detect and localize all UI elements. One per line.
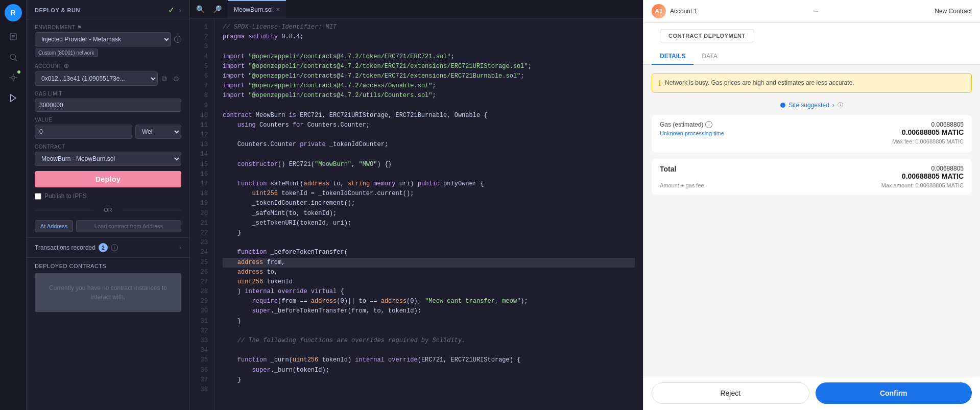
mm-gas-label: Gas (estimated) i [660, 121, 724, 128]
plugin-badge [16, 69, 21, 75]
mm-site-suggested-dot [780, 103, 785, 108]
publish-ipfs-label: Publish to IPFS [44, 192, 87, 200]
transactions-info-icon[interactable]: i [111, 244, 118, 251]
account-select[interactable]: 0x012...13e41 (1.09055173e... [35, 71, 158, 86]
deploy-panel-body: ENVIRONMENT ⚑ Injected Provider - Metama… [27, 19, 189, 237]
mm-deployment-wrap: CONTRACT DEPLOYMENT [643, 23, 980, 49]
publish-ipfs-checkbox[interactable] [35, 193, 41, 200]
external-link-btn[interactable]: ⊙ [171, 74, 181, 84]
files-icon-btn[interactable] [4, 28, 22, 46]
gas-limit-label: GAS LIMIT [35, 91, 181, 97]
plugin-icon-btn[interactable] [4, 68, 22, 87]
mm-footer: Reject Confirm [643, 376, 980, 410]
transactions-row[interactable]: Transactions recorded 2 i › [27, 237, 189, 257]
mm-site-suggested: Site suggested › ⓘ [652, 101, 972, 109]
environment-row: Injected Provider - Metamask i [35, 32, 181, 46]
contract-section: CONTRACT MeowBurn - MeowBurn.sol [35, 144, 181, 166]
mm-max-amount: Max amount: 0.00688805 MATIC [881, 182, 964, 188]
mm-gas-processing: Unknown processing time [660, 130, 724, 136]
mm-gas-header: Gas (estimated) i Unknown processing tim… [660, 121, 964, 144]
account-label: ACCOUNT ⊕ [35, 62, 181, 69]
at-address-row: At Address Load contract from Address [35, 220, 181, 232]
mm-warning-icon: ℹ [658, 79, 661, 87]
code-content[interactable]: // SPDX-License-Identifier: MITpragma so… [214, 18, 643, 410]
gas-limit-input[interactable] [35, 99, 181, 112]
mm-site-suggested-chevron[interactable]: › [832, 102, 834, 109]
contract-label: CONTRACT [35, 144, 181, 150]
environment-select[interactable]: Injected Provider - Metamask [35, 32, 171, 46]
mm-body: ℹ Network is busy. Gas prices are high a… [643, 65, 980, 376]
mm-amount-gasfee: Amount + gas fee Max amount: 0.00688805 … [660, 182, 964, 188]
metamask-panel: A1 Account 1 → New Contract CONTRACT DEP… [643, 0, 980, 410]
at-address-button[interactable]: At Address [35, 220, 73, 232]
mm-avatar: A1 [652, 4, 666, 18]
mm-tab-details[interactable]: DETAILS [652, 49, 694, 65]
mm-gas-maxfee: Max fee: 0.00688805 MATIC [892, 138, 964, 144]
value-row: Wei Gwei Ether [35, 125, 181, 139]
account-plus-icon[interactable]: ⊕ [64, 62, 69, 69]
transactions-label: Transactions recorded 2 i [35, 243, 118, 252]
transactions-chevron-icon: › [179, 244, 181, 251]
value-input[interactable] [35, 125, 132, 139]
mm-total-values: 0.00688805 0.00688805 MATIC [902, 165, 964, 180]
mm-gas-section: Gas (estimated) i Unknown processing tim… [652, 115, 972, 153]
mm-arrow-icon: → [812, 7, 820, 15]
file-tab-name: MeowBurn.sol [234, 6, 273, 13]
confirm-button[interactable]: Confirm [816, 382, 972, 404]
svg-marker-11 [10, 94, 16, 102]
mm-account-label: Account 1 [670, 8, 697, 15]
environment-select-wrap: Injected Provider - Metamask [35, 32, 171, 46]
deployed-contracts-section: Deployed Contracts Currently you have no… [27, 257, 189, 317]
account-section: ACCOUNT ⊕ 0x012...13e41 (1.09055173e... … [35, 62, 181, 86]
mm-site-suggested-text[interactable]: Site suggested [788, 102, 829, 109]
deploy-icon-btn[interactable] [4, 89, 22, 107]
transactions-badge: 2 [99, 243, 108, 252]
deployed-contracts-title: Deployed Contracts [35, 263, 181, 269]
copy-account-btn[interactable]: ⧉ [160, 74, 169, 84]
svg-point-6 [12, 76, 15, 79]
checkmark-icon: ✓ [168, 5, 175, 15]
mm-warning-box: ℹ Network is busy. Gas prices are high a… [652, 73, 972, 93]
mm-gas-values: 0.00688805 0.00688805 MATIC Max fee: 0.0… [892, 121, 964, 144]
no-contracts-text: Currently you have no contract instances… [49, 284, 167, 301]
deploy-button[interactable]: Deploy [35, 171, 181, 187]
gas-limit-section: GAS LIMIT [35, 91, 181, 112]
editor-container: 1234567891011121314151617181920212223242… [190, 18, 643, 410]
reject-button[interactable]: Reject [652, 382, 809, 404]
account-row: 0x012...13e41 (1.09055173e... ⧉ ⊙ [35, 71, 181, 86]
file-tab-close-icon[interactable]: ✕ [276, 7, 280, 12]
editor-toolbar: 🔍 🔎 MeowBurn.sol ✕ [190, 0, 643, 18]
environment-label: ENVIRONMENT ⚑ [35, 25, 181, 30]
mm-account-info: A1 Account 1 [652, 4, 697, 18]
load-contract-button[interactable]: Load contract from Address [76, 220, 181, 232]
mm-tabs-container: DETAILS DATA [643, 49, 980, 65]
mm-warning-text: Network is busy. Gas prices are high and… [665, 79, 854, 87]
search-icon-btn[interactable] [4, 48, 22, 66]
environment-section: ENVIRONMENT ⚑ Injected Provider - Metama… [35, 25, 181, 57]
mm-gas-info-icon[interactable]: i [705, 121, 712, 128]
file-tab[interactable]: MeowBurn.sol ✕ [228, 0, 286, 18]
contract-select[interactable]: MeowBurn - MeowBurn.sol [35, 152, 181, 166]
mm-tabs: DETAILS DATA [643, 49, 980, 65]
mm-gas-value-matic: 0.00688805 MATIC [892, 128, 964, 136]
environment-info-icon[interactable]: ⚑ [77, 25, 82, 30]
publish-row: Publish to IPFS [35, 192, 181, 200]
editor-area: 🔍 🔎 MeowBurn.sol ✕ 123456789101112131415… [190, 0, 643, 410]
mm-total-eth: 0.00688805 [902, 165, 964, 172]
expand-icon[interactable]: › [179, 6, 181, 14]
value-unit-select[interactable]: Wei Gwei Ether [135, 125, 181, 139]
mm-site-suggested-info-icon[interactable]: ⓘ [838, 101, 843, 109]
or-divider: OR [35, 207, 181, 213]
value-label: VALUE [35, 117, 181, 123]
mm-tab-data[interactable]: DATA [694, 49, 725, 65]
environment-info-btn[interactable]: i [174, 36, 181, 43]
deploy-panel-title: DEPLOY & RUN [35, 7, 80, 13]
deploy-panel: DEPLOY & RUN ✓ › ENVIRONMENT ⚑ Injected … [27, 0, 190, 410]
mm-deployment-label: CONTRACT DEPLOYMENT [660, 29, 754, 42]
mm-total-header: Total 0.00688805 0.00688805 MATIC [660, 165, 964, 180]
mm-total-label: Total [660, 165, 676, 173]
mm-total-section: Total 0.00688805 0.00688805 MATIC Amount… [652, 159, 972, 195]
zoom-in-btn[interactable]: 🔎 [211, 4, 224, 14]
zoom-out-btn[interactable]: 🔍 [194, 4, 207, 14]
line-numbers: 1234567891011121314151617181920212223242… [190, 18, 214, 410]
